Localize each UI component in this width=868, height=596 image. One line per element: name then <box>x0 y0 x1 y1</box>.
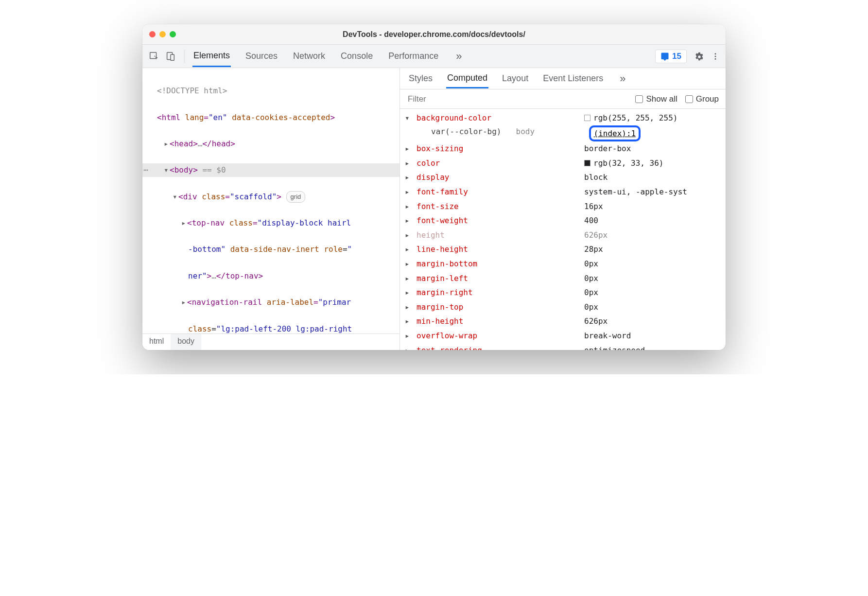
svg-rect-2 <box>171 54 174 60</box>
issues-icon <box>660 52 669 61</box>
side-tab-computed[interactable]: Computed <box>446 69 488 88</box>
disclosure-icon[interactable]: ▾ <box>164 163 170 176</box>
disclosure-icon[interactable]: ▸ <box>405 213 412 228</box>
disclosure-icon[interactable]: ▸ <box>405 343 412 351</box>
disclosure-icon[interactable]: ▸ <box>405 257 412 271</box>
breadcrumb: html body <box>142 333 399 350</box>
disclosure-icon[interactable]: ▸ <box>405 199 412 214</box>
disclosure-icon[interactable]: ▸ <box>405 242 412 257</box>
filter-bar: Show all Group <box>400 89 726 109</box>
svg-point-3 <box>715 53 716 54</box>
checkbox-icon <box>635 95 643 103</box>
disclosure-icon[interactable]: ▸ <box>405 314 412 329</box>
svg-rect-0 <box>150 52 156 58</box>
sidebar-tabs: Styles Computed Layout Event Listeners » <box>400 68 726 89</box>
prop-font-size[interactable]: ▸ font-size 16px <box>405 199 721 214</box>
prop-font-weight[interactable]: ▸ font-weight 400 <box>405 213 721 228</box>
settings-icon[interactable] <box>694 51 704 62</box>
tabs-overflow-icon[interactable]: » <box>453 50 465 63</box>
prop-margin-right[interactable]: ▸ margin-right 0px <box>405 285 721 300</box>
menu-icon[interactable] <box>711 51 720 62</box>
disclosure-icon[interactable]: ▾ <box>405 111 412 125</box>
disclosure-icon[interactable]: ▸ <box>405 228 412 243</box>
prop-display[interactable]: ▸ display block <box>405 170 721 185</box>
disclosure-icon[interactable]: ▸ <box>405 185 412 199</box>
tab-elements[interactable]: Elements <box>192 46 231 67</box>
prop-color[interactable]: ▸ color rgb(32, 33, 36) <box>405 156 721 171</box>
tab-console[interactable]: Console <box>340 46 374 66</box>
disclosure-icon[interactable]: ▾ <box>173 190 178 203</box>
tab-sources[interactable]: Sources <box>244 46 278 66</box>
svg-point-4 <box>715 55 716 57</box>
dom-body[interactable]: <body> <box>170 165 198 175</box>
breadcrumb-html[interactable]: html <box>142 334 171 350</box>
computed-properties: ▾ background-color rgb(255, 255, 255) va… <box>400 109 726 350</box>
prop-margin-bottom[interactable]: ▸ margin-bottom 0px <box>405 257 721 271</box>
issues-count: 15 <box>672 52 681 61</box>
titlebar: DevTools - developer.chrome.com/docs/dev… <box>142 24 726 45</box>
selection-marker-icon: ⋯ <box>143 163 148 176</box>
disclosure-icon[interactable]: ▸ <box>405 170 412 185</box>
devtools-window: DevTools - developer.chrome.com/docs/dev… <box>142 24 726 350</box>
dom-html-open[interactable]: <html lang="en" data-cookies-accepted> <box>157 113 335 122</box>
prop-margin-left[interactable]: ▸ margin-left 0px <box>405 271 721 286</box>
tab-network[interactable]: Network <box>292 46 326 66</box>
dom-nav-rail[interactable]: <navigation-rail aria-label="primar <box>187 298 351 307</box>
show-all-checkbox[interactable]: Show all <box>635 94 677 104</box>
prop-text-rendering[interactable]: ▸ text-rendering optimizespeed <box>405 343 721 351</box>
disclosure-icon[interactable]: ▸ <box>405 156 412 171</box>
prop-box-sizing[interactable]: ▸ box-sizing border-box <box>405 141 721 156</box>
dom-top-nav[interactable]: <top-nav class="display-block hairl <box>187 218 351 228</box>
disclosure-icon[interactable]: ▸ <box>405 271 412 286</box>
disclosure-icon[interactable]: ▸ <box>405 300 412 315</box>
side-tab-layout[interactable]: Layout <box>501 70 529 88</box>
elements-dom-pane: <!DOCTYPE html> <html lang="en" data-coo… <box>142 68 400 350</box>
side-tab-styles[interactable]: Styles <box>408 70 434 88</box>
side-tabs-overflow-icon[interactable]: » <box>617 72 628 85</box>
styles-pane: Styles Computed Layout Event Listeners »… <box>400 68 726 350</box>
disclosure-icon[interactable]: ▸ <box>164 137 170 150</box>
device-toggle-icon[interactable] <box>165 51 176 62</box>
color-swatch-icon[interactable] <box>584 160 590 166</box>
dom-scaffold[interactable]: <div class="scaffold"> <box>178 192 281 201</box>
checkbox-icon <box>685 95 693 103</box>
prop-min-height[interactable]: ▸ min-height 626px <box>405 314 721 329</box>
dom-head[interactable]: <head> <box>170 139 198 148</box>
tab-performance[interactable]: Performance <box>387 46 439 66</box>
issues-badge[interactable]: 15 <box>655 50 687 63</box>
prop-background-color[interactable]: ▾ background-color rgb(255, 255, 255) <box>405 111 721 125</box>
inspect-icon[interactable] <box>148 51 160 62</box>
disclosure-icon[interactable]: ▸ <box>405 329 412 343</box>
disclosure-icon[interactable]: ▸ <box>405 285 412 300</box>
divider <box>184 50 185 63</box>
disclosure-icon[interactable]: ▸ <box>181 216 187 229</box>
prop-font-family[interactable]: ▸ font-family system-ui, -apple-syst <box>405 185 721 199</box>
disclosure-icon[interactable]: ▸ <box>405 141 412 156</box>
side-tab-event-listeners[interactable]: Event Listeners <box>542 70 604 88</box>
color-swatch-icon[interactable] <box>584 115 590 121</box>
prop-overflow-wrap[interactable]: ▸ overflow-wrap break-word <box>405 329 721 343</box>
filter-input[interactable] <box>407 94 627 105</box>
source-link[interactable]: (index):1 <box>589 125 641 142</box>
breadcrumb-body[interactable]: body <box>171 334 201 350</box>
layout-pill[interactable]: grid <box>286 191 306 203</box>
prop-margin-top[interactable]: ▸ margin-top 0px <box>405 300 721 315</box>
window-title: DevTools - developer.chrome.com/docs/dev… <box>142 30 726 39</box>
prop-height[interactable]: ▸ height 626px <box>405 228 721 243</box>
prop-line-height[interactable]: ▸ line-height 28px <box>405 242 721 257</box>
devtools-toolbar: Elements Sources Network Console Perform… <box>142 45 726 68</box>
dom-tree[interactable]: <!DOCTYPE html> <html lang="en" data-coo… <box>142 68 399 333</box>
selected-var: == $0 <box>202 165 226 175</box>
panel-tabs: Elements Sources Network Console Perform… <box>192 46 650 67</box>
dom-doctype[interactable]: <!DOCTYPE html> <box>157 86 227 95</box>
svg-point-5 <box>715 58 716 59</box>
prop-source-row[interactable]: var(--color-bg) body (index):1 <box>405 125 721 142</box>
disclosure-icon[interactable]: ▸ <box>181 296 187 309</box>
group-checkbox[interactable]: Group <box>685 94 719 104</box>
